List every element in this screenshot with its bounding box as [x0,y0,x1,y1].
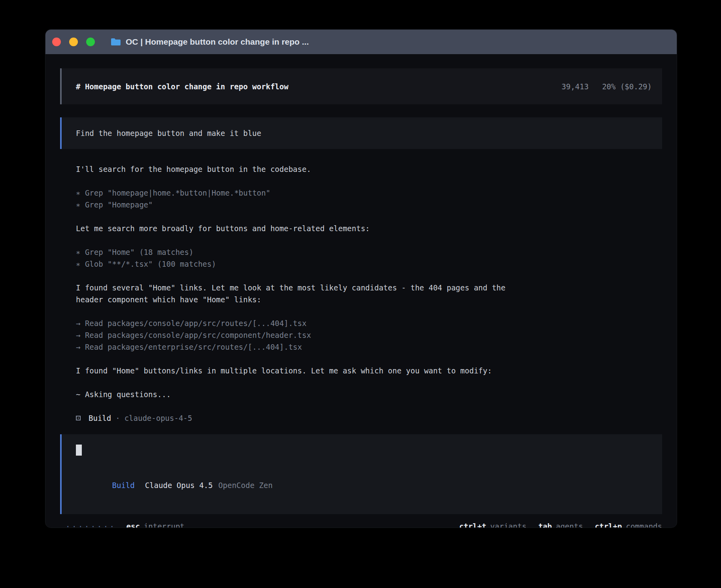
close-window-button[interactable] [52,38,61,46]
assistant-status-text: ~ Asking questions... [76,388,523,400]
tool-call-label: Read packages/console/app/src/component/… [85,331,311,339]
arrow-right-icon: → [76,331,80,339]
model-label: Claude Opus 4.5 [145,481,213,490]
tool-call-read: → Read packages/console/app/src/routes/[… [76,317,662,329]
tool-call-grep: ∗ Grep "homepage|home.*button|Home.*butt… [76,187,662,199]
traffic-lights [52,38,103,46]
arrow-right-icon: → [76,319,80,328]
prompt-input[interactable]: BuildClaude Opus 4.5OpenCode Zen [60,434,662,514]
terminal-window: OC | Homepage button color change in rep… [45,30,677,528]
session-stats: 39,413 20% ($0.29) [562,82,652,91]
model-id: claude-opus-4-5 [125,412,193,424]
shortcut-commands: ctrl+pcommands [595,520,662,528]
token-count: 39,413 [562,82,589,91]
input-cursor [76,445,82,456]
provider-label: OpenCode Zen [218,481,272,490]
shortcut-label: agents [556,522,583,528]
agent-mode-label: Build [112,481,135,490]
status-bar-left: ········ esc interrupt [60,520,185,528]
assistant-text: Let me search more broadly for buttons a… [76,222,523,234]
input-meta: BuildClaude Opus 4.5OpenCode Zen [76,467,648,503]
context-usage: 20% ($0.29) [602,82,652,91]
assistant-text: I found several "Home" links. Let me loo… [76,282,523,305]
shortcut-key: ctrl+t [459,522,487,528]
shortcut-agents: tabagents [538,520,583,528]
asterisk-icon: ∗ [76,188,80,197]
status-bar: ········ esc interrupt ctrl+tvariants ta… [60,520,662,528]
session-header: # Homepage button color change in repo w… [60,68,662,104]
assistant-transcript: I'll search for the homepage button in t… [60,163,662,400]
session-title: # Homepage button color change in repo w… [76,82,289,91]
asterisk-icon: ∗ [76,260,80,268]
agent-badge-icon [76,416,81,420]
shortcut-key: ctrl+p [595,522,622,528]
window-titlebar[interactable]: OC | Homepage button color change in rep… [45,30,677,54]
tool-call-read: → Read packages/console/app/src/componen… [76,329,662,341]
user-message-text: Find the homepage button and make it blu… [76,129,261,138]
window-title: OC | Homepage button color change in rep… [126,37,309,47]
spinner-dots-icon: ········ [66,520,116,528]
esc-key-hint: esc [126,520,140,528]
tool-call-label: Read packages/console/app/src/routes/[..… [85,319,307,328]
assistant-text: I found "Home" buttons/links in multiple… [76,365,523,377]
tool-call-grep: ∗ Grep "Homepage" [76,199,662,211]
terminal-content: # Homepage button color change in repo w… [45,54,677,528]
user-message: Find the homepage button and make it blu… [60,117,662,149]
tool-call-label: Read packages/enterprise/src/routes/[...… [85,343,302,351]
status-separator: · [115,412,120,424]
shortcut-label: commands [626,522,662,528]
assistant-text: I'll search for the homepage button in t… [76,163,523,175]
status-bar-right: ctrl+tvariants tabagents ctrl+pcommands [447,520,662,528]
folder-icon [111,38,121,46]
tool-call-label: Grep "Home" (18 matches) [85,248,194,256]
shortcut-variants: ctrl+tvariants [459,520,527,528]
shortcut-label: variants [490,522,527,528]
esc-action-label: interrupt [144,520,185,528]
shortcut-key: tab [538,522,552,528]
tool-call-label: Glob "**/*.tsx" (100 matches) [85,260,216,268]
agent-status-line: Build · claude-opus-4-5 [60,412,662,424]
tool-call-label: Grep "homepage|home.*button|Home.*button… [85,188,270,197]
tool-call-glob: ∗ Glob "**/*.tsx" (100 matches) [76,258,662,270]
agent-name: Build [89,412,111,424]
tool-call-read: → Read packages/enterprise/src/routes/[.… [76,341,662,353]
asterisk-icon: ∗ [76,200,80,209]
tool-call-grep: ∗ Grep "Home" (18 matches) [76,246,662,258]
minimize-window-button[interactable] [69,38,78,46]
tool-call-label: Grep "Homepage" [85,200,153,209]
zoom-window-button[interactable] [86,38,95,46]
arrow-right-icon: → [76,343,80,351]
asterisk-icon: ∗ [76,248,80,256]
